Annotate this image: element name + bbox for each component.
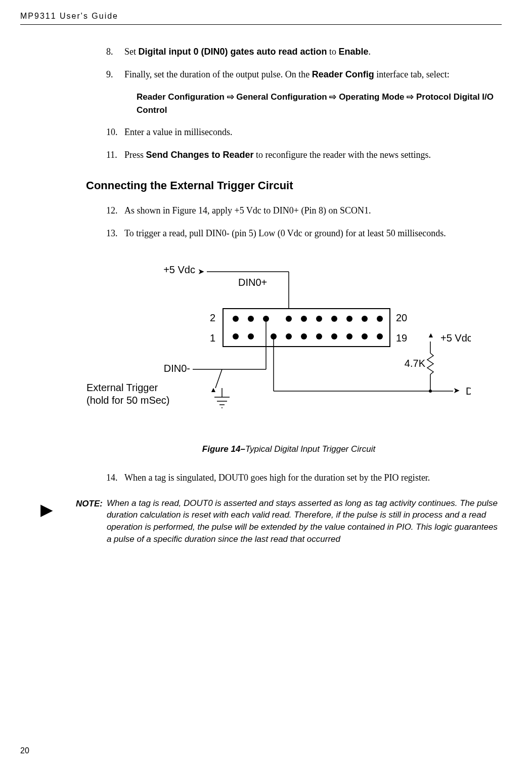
step-8: 8. Set Digital input 0 (DIN0) gates auto… xyxy=(106,45,502,59)
svg-point-19 xyxy=(331,333,337,339)
svg-point-12 xyxy=(377,316,383,322)
svg-point-6 xyxy=(286,316,292,322)
text-segment: Press xyxy=(124,150,146,160)
note-label: NOTE: xyxy=(76,497,103,510)
step-number: 11. xyxy=(106,148,124,162)
svg-point-18 xyxy=(316,333,322,339)
step-9: 9. Finally, set the duration of the outp… xyxy=(106,68,502,81)
step-13: 13. To trigger a read, pull DIN0- (pin 5… xyxy=(106,227,502,240)
text-bold: Reader Config xyxy=(312,69,374,79)
svg-point-20 xyxy=(346,333,352,339)
label-dout0: DOUT0 xyxy=(466,386,471,397)
note-block: ▶ NOTE: When a tag is read, DOUT0 is ass… xyxy=(40,497,502,545)
svg-point-8 xyxy=(316,316,322,322)
content-area: 8. Set Digital input 0 (DIN0) gates auto… xyxy=(106,45,502,545)
svg-point-13 xyxy=(233,333,239,339)
label-din0-plus: DIN0+ xyxy=(238,277,267,288)
arrow-icon: ➤ xyxy=(453,386,460,395)
text-segment: Operating Mode xyxy=(336,92,407,102)
text-segment: Reader Configuration xyxy=(137,92,227,102)
step-number: 10. xyxy=(106,125,124,139)
step-number: 14. xyxy=(106,471,124,485)
figure-14: +5 Vdc ➤ DIN0+ xyxy=(46,261,502,428)
caption-bold: Figure 14– xyxy=(202,444,245,454)
label-pin20: 20 xyxy=(396,312,407,323)
page-header: MP9311 User's Guide xyxy=(20,10,502,25)
svg-point-4 xyxy=(248,316,254,322)
step-text: Finally, set the duration of the output … xyxy=(124,68,502,81)
text-segment: to xyxy=(327,47,339,57)
text-bold: Digital input 0 (DIN0) gates auto read a… xyxy=(139,47,327,57)
svg-point-17 xyxy=(301,333,307,339)
step-number: 9. xyxy=(106,68,124,81)
text-segment: Set xyxy=(124,47,139,57)
section-heading: Connecting the External Trigger Circuit xyxy=(86,177,502,194)
caption-italic: Typical Digital Input Trigger Circuit xyxy=(245,444,375,454)
label-external-trigger: External Trigger xyxy=(86,382,158,393)
step-number: 8. xyxy=(106,45,124,59)
svg-rect-2 xyxy=(223,309,390,347)
text-segment: to reconfigure the reader with the news … xyxy=(254,150,431,160)
step-11: 11. Press Send Changes to Reader to reco… xyxy=(106,148,502,162)
text-segment: General Configuration xyxy=(234,92,330,102)
text-bold: Enable xyxy=(339,47,369,57)
figure-caption: Figure 14–Typical Digital Input Trigger … xyxy=(76,443,502,456)
text-segment: interface tab, select: xyxy=(374,69,450,79)
step-number: 12. xyxy=(106,204,124,218)
svg-point-11 xyxy=(362,316,368,322)
step-text: As shown in Figure 14, apply +5 Vdc to D… xyxy=(124,204,502,218)
step-number: 13. xyxy=(106,227,124,240)
arrow-icon: ➤ xyxy=(198,267,204,276)
svg-point-3 xyxy=(233,316,239,322)
svg-point-9 xyxy=(331,316,337,322)
step-9-indent: Reader Configuration ⇨ General Configura… xyxy=(137,91,502,116)
arrow-icon: ▲ xyxy=(210,386,217,394)
label-pin19: 19 xyxy=(396,332,407,344)
step-text: Set Digital input 0 (DIN0) gates auto re… xyxy=(124,45,502,59)
label-5vdc-right: +5 Vdc xyxy=(440,332,471,344)
svg-point-22 xyxy=(377,333,383,339)
circuit-diagram: +5 Vdc ➤ DIN0+ xyxy=(76,261,471,428)
step-12: 12. As shown in Figure 14, apply +5 Vdc … xyxy=(106,204,502,218)
text-segment: Finally, set the duration of the output … xyxy=(124,69,312,79)
svg-point-7 xyxy=(301,316,307,322)
arrow-icon: ⇨ xyxy=(329,92,336,102)
step-text: To trigger a read, pull DIN0- (pin 5) Lo… xyxy=(124,227,502,240)
note-triangle-icon: ▶ xyxy=(40,497,56,522)
svg-point-10 xyxy=(346,316,352,322)
arrow-icon: ▲ xyxy=(427,331,434,339)
step-text: Enter a value in milliseconds. xyxy=(124,125,502,139)
arrow-icon: ⇨ xyxy=(407,92,414,102)
label-pin2: 2 xyxy=(210,312,215,323)
step-text: Press Send Changes to Reader to reconfig… xyxy=(124,148,502,162)
label-5vdc-top: +5 Vdc xyxy=(163,264,195,275)
label-pin1: 1 xyxy=(210,332,215,344)
arrow-icon: ⇨ xyxy=(227,92,234,102)
label-din0-minus: DIN0- xyxy=(164,363,190,374)
label-resistor: 4.7K xyxy=(405,358,426,369)
label-hold-time: (hold for 50 mSec) xyxy=(86,395,170,406)
step-10: 10. Enter a value in milliseconds. xyxy=(106,125,502,139)
svg-point-16 xyxy=(286,333,292,339)
step-14: 14. When a tag is singulated, DOUT0 goes… xyxy=(106,471,502,485)
svg-point-14 xyxy=(248,333,254,339)
note-text: When a tag is read, DOUT0 is asserted an… xyxy=(107,497,502,545)
step-text: When a tag is singulated, DOUT0 goes hig… xyxy=(124,471,502,485)
text-segment: . xyxy=(369,47,371,57)
svg-point-21 xyxy=(362,333,368,339)
text-bold: Send Changes to Reader xyxy=(146,150,254,160)
